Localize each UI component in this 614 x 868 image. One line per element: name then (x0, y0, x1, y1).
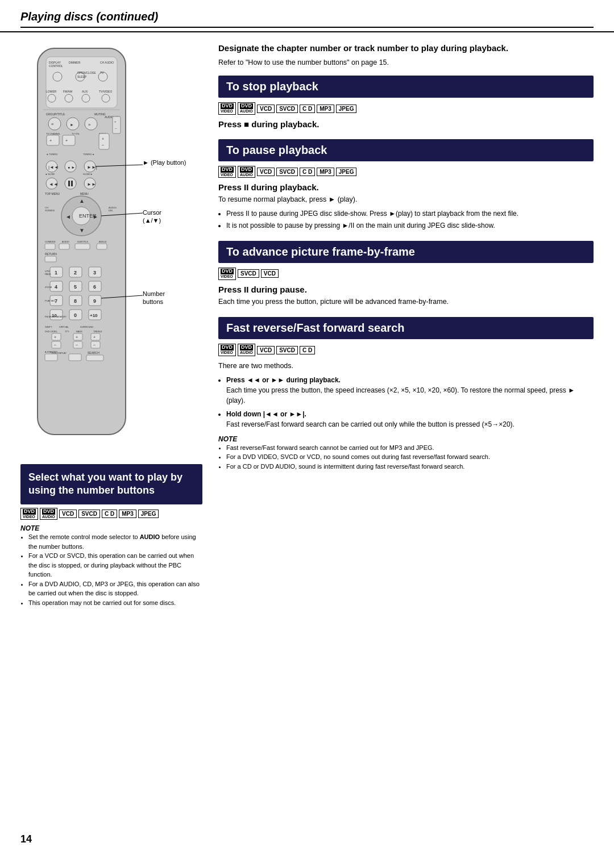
svg-text:● ►: ● ► (68, 165, 75, 169)
pause-press-line: Press II during playback. (218, 182, 594, 192)
frame-badges: DVD VIDEO SVCD VCD (218, 268, 594, 280)
pause-svcd: SVCD (276, 168, 298, 176)
svg-text:LOWER: LOWER (46, 90, 57, 93)
pause-bullet-1: Press II to pause during JPEG disc slide… (226, 208, 594, 219)
svg-text:+: + (93, 335, 96, 339)
svg-rect-81 (97, 244, 107, 249)
fast-two-methods: There are two methods. (218, 361, 594, 372)
svg-rect-78 (45, 244, 55, 249)
svg-text:–: – (102, 143, 104, 147)
pause-dvd-audio: DVD AUDIO (238, 166, 255, 178)
note-item-2: For a VCD or SVCD, this operation can be… (28, 551, 202, 579)
svg-text:|◄◄: |◄◄ (48, 165, 59, 170)
svg-text:PLAY MO...: PLAY MO... (45, 299, 57, 302)
note-item-3: For a DVD AUDIO, CD, MP3 or JPEG, this o… (28, 579, 202, 598)
svg-rect-83 (45, 256, 56, 262)
fast-note-1: Fast reverse/Fast forward search cannot … (226, 443, 594, 453)
svg-text:TOP MENU: TOP MENU (45, 192, 60, 195)
play-button-annotation: ► (Play button) (143, 159, 186, 166)
fast-methods-list: Press ◄◄ or ►► during playback. Each tim… (226, 375, 594, 429)
svg-text:SLOW ►: SLOW ► (83, 173, 93, 176)
pause-cd: C D (300, 168, 315, 176)
svg-text:BASS: BASS (76, 330, 82, 333)
svg-text:–: – (54, 343, 56, 347)
frame-vcd: VCD (261, 269, 279, 278)
fast-section-title: Fast reverse/Fast forward search (218, 317, 594, 339)
pause-bullet-list: Press II to pause during JPEG disc slide… (226, 208, 594, 231)
svg-text:OPEN/CLOSE: OPEN/CLOSE (77, 71, 96, 74)
note-list: Set the remote control mode selector to … (28, 532, 202, 607)
pause-badges: DVD VIDEO DVD AUDIO VCD SVCD C D MP3 JPE… (218, 166, 594, 178)
svg-point-16 (48, 94, 56, 102)
fast-cd: C D (300, 346, 315, 354)
svg-text:»: » (88, 122, 91, 127)
svg-text:ANGLE: ANGLE (99, 240, 107, 243)
svg-text:+: + (102, 137, 104, 141)
pause-jpeg: JPEG (336, 168, 357, 176)
svg-rect-79 (59, 244, 69, 249)
svg-text:TV: TV (100, 71, 104, 74)
svg-rect-122 (52, 341, 61, 348)
right-column: Designate the chapter number or track nu… (218, 43, 594, 607)
svg-text:VIRTUAL: VIRTUAL (59, 326, 69, 328)
svg-text:SCREEN: SCREEN (45, 209, 55, 212)
svg-point-55 (65, 178, 76, 189)
svg-rect-137 (86, 355, 103, 361)
svg-text:◄◄: ◄◄ (49, 182, 58, 187)
pause-resume: To resume normal playback, press ► (play… (218, 194, 594, 205)
svg-text:6: 6 (93, 284, 96, 290)
number-buttons-annotation: Numberbuttons (143, 290, 165, 306)
svg-point-23 (48, 118, 61, 130)
fast-svcd: SVCD (276, 346, 298, 354)
select-box: Select what you want to play by using th… (20, 464, 202, 504)
svg-text:FM/AM: FM/AM (63, 90, 72, 93)
pause-section-title: To pause playback (218, 139, 594, 161)
svg-rect-36 (47, 135, 59, 145)
page-header: Playing discs (continued) (0, 0, 614, 32)
stop-dvd-audio: DVD AUDIO (238, 102, 255, 115)
stop-press-line: Press ■ during playback. (218, 119, 594, 129)
select-badges: DVD VIDEO DVD AUDIO VCD SVCD C D MP3 JPE… (20, 508, 202, 520)
svg-text:–: – (76, 343, 78, 347)
stop-badges: DVD VIDEO DVD AUDIO VCD SVCD C D MP3 JPE… (218, 102, 594, 115)
svg-text:TUNING ►: TUNING ► (83, 153, 94, 156)
frame-svcd: SVCD (238, 269, 259, 278)
stop-mp3: MP3 (317, 105, 334, 113)
fast-method1: Press ◄◄ or ►► during playback. Each tim… (226, 375, 594, 406)
svg-text:–: – (93, 343, 96, 347)
svg-rect-56 (68, 181, 70, 186)
svg-text:◄ TUNING: ◄ TUNING (46, 153, 57, 156)
svg-text:1: 1 (55, 270, 57, 276)
svg-text:MENU: MENU (80, 192, 89, 195)
svg-text:SLEEP: SLEEP (77, 75, 87, 78)
svg-text:SURROUND: SURROUND (80, 326, 93, 328)
cursor-annotation: Cursor(▲/▼) (143, 208, 161, 225)
svg-text:SWIFT: SWIFT (45, 326, 52, 328)
svg-text:+: + (114, 120, 117, 123)
fast-method1-label: Press ◄◄ or ►► during playback. (226, 376, 341, 384)
svg-point-27 (85, 118, 97, 130)
fast-note-2: For a DVD VIDEO, SVCD or VCD, no sound c… (226, 452, 594, 462)
left-column: DISPLAY CONTROL DIMMER CH AUDIO OPEN/CLO… (20, 43, 202, 607)
svg-point-17 (65, 94, 73, 102)
fast-method2: Hold down |◄◄ or ►►|. Fast reverse/Fast … (226, 409, 594, 429)
frame-body: Each time you press the button, picture … (218, 297, 594, 307)
svg-text:ZOOM: ZOOM (45, 286, 52, 289)
svg-text:DEL: DEL (109, 209, 114, 212)
svg-text:+10: +10 (90, 313, 98, 318)
svg-rect-38 (63, 135, 75, 145)
svg-text:POS DISPLAY: POS DISPLAY (52, 352, 67, 354)
svg-rect-126 (73, 341, 82, 348)
fast-note-title: NOTE (218, 435, 594, 443)
page-title: Playing discs (continued) (20, 10, 158, 23)
svg-text:DIMMER: DIMMER (69, 61, 81, 64)
svg-text:3: 3 (93, 270, 96, 276)
pause-dvd-video: DVD VIDEO (218, 166, 236, 178)
svg-text:◄ SLOW: ◄ SLOW (45, 173, 55, 176)
stop-vcd: VCD (257, 105, 275, 113)
svcd-badge: SVCD (78, 510, 100, 518)
svg-text:8: 8 (74, 298, 77, 304)
fast-method2-label: Hold down |◄◄ or ►►|. (226, 410, 306, 418)
note-title: NOTE (20, 524, 202, 532)
svg-text:►: ► (93, 214, 98, 220)
